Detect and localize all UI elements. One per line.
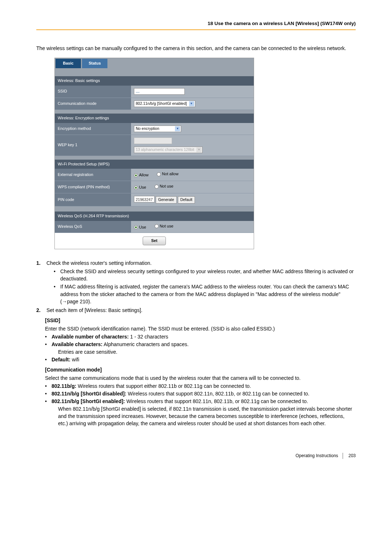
ssid-bullet-2: Available characters: Alphanumeric chara… (45, 341, 356, 356)
label-wireless-qos: Wireless QoS (55, 221, 131, 233)
comm-mode-select[interactable]: 802.11n/b/g [ShortGI enabled] ▾ (134, 100, 195, 107)
label-pin-code: PIN code (55, 193, 131, 206)
ssid-bullet-3: Default: wifi (45, 356, 356, 363)
page-header: 18 Use the camera on a wireless LAN [Wir… (36, 20, 356, 30)
chevron-down-icon: ▾ (175, 126, 180, 131)
label-ssid: SSID (55, 86, 131, 98)
section-basic-settings: Wireless: Basic settings (55, 76, 254, 86)
label-external-registration: External registration (55, 169, 131, 181)
step-1-bullet-b: If MAC address filtering is activated, r… (54, 283, 356, 305)
tab-basic[interactable]: Basic (56, 59, 81, 68)
radio-qos-not-use[interactable]: Not use (155, 223, 173, 229)
section-wps: Wi-Fi Protected Setup (WPS) (55, 160, 254, 169)
wep-key-option: 13 alphanumeric characters 128bit (136, 147, 194, 152)
step-1-bullet-a: Check the SSID and wireless security set… (54, 268, 356, 283)
set-button[interactable]: Set (143, 237, 166, 245)
tab-status[interactable]: Status (82, 59, 107, 68)
comm-bullet-2: 802.11n/b/g [ShortGI disabled]: Wireless… (45, 390, 356, 397)
page-footer: Operating Instructions 203 (36, 453, 356, 459)
generate-button[interactable]: Generate (156, 196, 177, 203)
comm-bullet-3: 802.11n/b/g [ShortGI enabled]: Wireless … (45, 398, 356, 427)
default-button[interactable]: Default (178, 196, 195, 203)
label-comm-mode: Communication mode (55, 98, 131, 110)
comm-mode-value: 802.11n/b/g [ShortGI enabled] (136, 101, 187, 106)
comm-desc: Select the same communications mode that… (45, 374, 356, 382)
comm-heading: [Communication mode] (45, 366, 356, 373)
section-qos: Wireless QoS (H.264 RTP transmission) (55, 212, 254, 221)
ssid-desc: Enter the SSID (network identification n… (45, 325, 356, 332)
settings-panel: Basic Status Wireless: Basic settings SS… (54, 58, 254, 250)
section-encryption: Wireless: Encryption settings (55, 114, 254, 123)
wep-key-select: 13 alphanumeric characters 128bit ▾ (134, 147, 203, 153)
radio-use[interactable]: Use (134, 185, 146, 190)
steps-list: Check the wireless router's setting info… (36, 259, 356, 314)
ssid-input[interactable]: — (134, 88, 185, 95)
radio-not-use[interactable]: Not use (155, 184, 173, 189)
radio-not-allow[interactable]: Not allow (157, 171, 178, 177)
ssid-bullet-1: Available number of characters: 1 - 32 c… (45, 333, 356, 340)
step-2: Set each item of [Wireless: Basic settin… (46, 307, 143, 313)
chevron-down-icon: ▾ (189, 101, 194, 106)
footer-guide: Operating Instructions (295, 453, 343, 459)
chevron-down-icon: ▾ (196, 147, 201, 152)
label-wep-key: WEP key 1 (55, 135, 131, 156)
label-wps-pin: WPS compliant (PIN method) (55, 181, 131, 193)
radio-allow[interactable]: Allow (134, 172, 148, 178)
pin-code-input[interactable]: 21963247 (134, 196, 155, 202)
encryption-method-value: No encryption (136, 126, 159, 131)
step-1: Check the wireless router's setting info… (46, 260, 152, 266)
footer-page: 203 (348, 453, 356, 458)
tabs-row: Basic Status (55, 58, 254, 68)
encryption-method-select[interactable]: No encryption ▾ (134, 126, 181, 132)
wep-key-input (134, 138, 172, 144)
radio-qos-use[interactable]: Use (134, 225, 146, 230)
label-encryption-method: Encryption method (55, 123, 131, 135)
ssid-heading: [SSID] (45, 317, 356, 324)
intro-paragraph: The wireless settings can be manually co… (36, 45, 356, 52)
comm-bullet-1: 802.11b/g: Wireless routers that support… (45, 382, 356, 390)
